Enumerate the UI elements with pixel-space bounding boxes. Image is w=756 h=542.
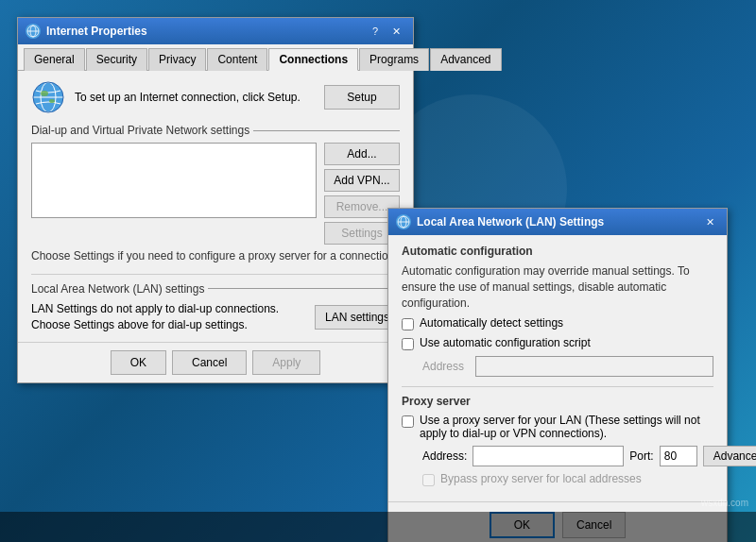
auto-detect-checkbox[interactable] [402,318,414,330]
lan-description: LAN Settings do not apply to dial-up con… [31,301,305,333]
address-label: Address [422,360,470,373]
internet-properties-title: Internet Properties [46,25,366,38]
auto-config-description: Automatic configuration may override man… [402,263,713,311]
add-vpn-button[interactable]: Add VPN... [324,169,400,192]
use-proxy-label: Use a proxy server for your LAN (These s… [420,414,713,440]
lan-settings-title-bar: Local Area Network (LAN) Settings ✕ [388,209,727,235]
lan-section-header: Local Area Network (LAN) settings [31,282,400,296]
internet-properties-footer: OK Cancel Apply [18,342,413,382]
auto-address-input[interactable] [475,356,713,377]
use-proxy-row: Use a proxy server for your LAN (These s… [402,414,713,440]
internet-properties-body: To set up an Internet connection, click … [18,71,413,342]
tab-general[interactable]: General [24,48,85,71]
auto-detect-label: Automatically detect settings [420,316,563,330]
tab-advanced[interactable]: Advanced [430,48,501,71]
tab-connections[interactable]: Connections [268,48,358,71]
lan-settings-body: Automatic configuration Automatic config… [388,235,727,501]
bypass-checkbox[interactable] [422,474,435,486]
auto-detect-row: Automatically detect settings [402,316,713,330]
setup-row: To set up an Internet connection, click … [31,80,400,114]
lan-settings-icon [396,214,411,229]
lan-settings-dialog: Local Area Network (LAN) Settings ✕ Auto… [387,208,728,542]
lan-section-line [208,288,400,289]
title-bar-buttons: ? ✕ [366,23,405,40]
lan-row: LAN Settings do not apply to dial-up con… [31,301,400,333]
svg-point-8 [41,91,48,96]
port-input[interactable]: 80 [660,446,697,466]
auto-script-checkbox[interactable] [402,338,414,350]
internet-properties-title-bar: Internet Properties ? ✕ [18,18,413,44]
port-label: Port: [629,449,653,463]
tab-content[interactable]: Content [207,48,267,71]
tab-programs[interactable]: Programs [359,48,429,71]
proxy-address-label: Address: [422,449,467,463]
cancel-button[interactable]: Cancel [172,350,247,375]
internet-properties-icon [26,24,41,39]
bypass-label: Bypass proxy server for local addresses [440,472,642,485]
add-button[interactable]: Add... [324,143,400,165]
proxy-addr-row: Address: Port: 80 Advanced [402,446,713,466]
taskbar: wsxdn.com [0,512,756,542]
close-button[interactable]: ✕ [387,23,405,40]
use-proxy-checkbox[interactable] [402,415,414,428]
auto-config-label: Automatic configuration [402,245,713,258]
lan-close-button[interactable]: ✕ [700,213,719,230]
globe-icon [31,80,65,114]
auto-address-row: Address [402,356,713,377]
proxy-description: Choose Settings if you need to configure… [31,248,400,264]
lan-title-bar-buttons: ✕ [700,213,719,230]
advanced-proxy-button[interactable]: Advanced [703,446,756,466]
internet-properties-dialog: Internet Properties ? ✕ General Security… [17,17,414,383]
dialup-list-area: Add... Add VPN... Remove... Settings [31,143,400,245]
section-line [253,130,400,131]
tab-privacy[interactable]: Privacy [148,48,206,71]
auto-script-label: Use automatic configuration script [420,336,591,349]
tabs-bar: General Security Privacy Content Connect… [18,44,413,71]
bypass-row: Bypass proxy server for local addresses [402,472,713,486]
help-button[interactable]: ? [366,23,385,40]
apply-button[interactable]: Apply [252,350,320,375]
dialup-listbox[interactable] [31,143,317,218]
setup-text: To set up an Internet connection, click … [75,90,315,106]
ok-button[interactable]: OK [111,350,166,375]
proxy-server-label: Proxy server [402,395,713,408]
dialup-section-header: Dial-up and Virtual Private Network sett… [31,124,400,137]
dialup-section-label: Dial-up and Virtual Private Network sett… [31,124,249,137]
setup-button[interactable]: Setup [324,85,400,110]
lan-settings-title: Local Area Network (LAN) Settings [417,215,700,229]
svg-point-9 [49,99,55,103]
watermark: wsxdn.com [701,498,748,508]
lan-section-label: Local Area Network (LAN) settings [31,282,204,296]
auto-script-row: Use automatic configuration script [402,336,713,350]
proxy-address-input[interactable] [472,446,624,466]
tab-security[interactable]: Security [86,48,147,71]
lan-section: Local Area Network (LAN) settings LAN Se… [31,274,400,333]
